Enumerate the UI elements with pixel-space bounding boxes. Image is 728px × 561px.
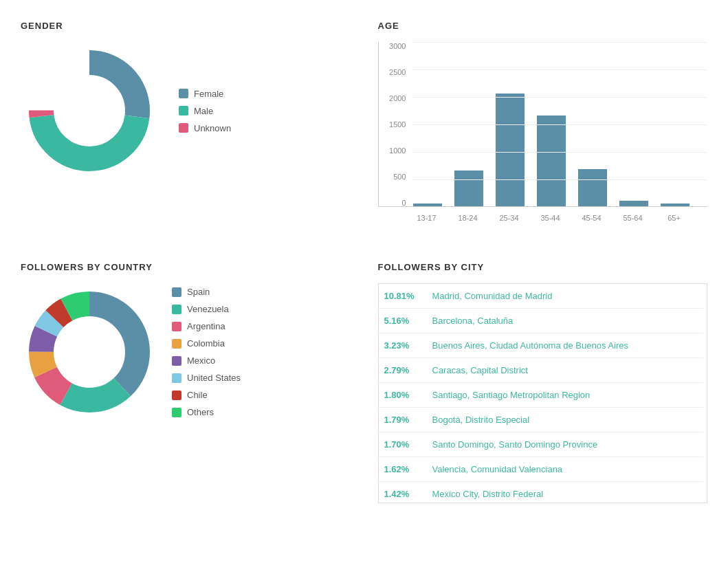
city-row-1: 10.81% Madrid, Comunidad de Madrid (379, 284, 704, 309)
city-list[interactable]: 10.81% Madrid, Comunidad de Madrid 5.16%… (378, 283, 708, 503)
y-label-1500: 1500 (379, 120, 410, 129)
country-legend: Spain Venezuela Argentina Colombia Mexic… (172, 287, 241, 417)
female-color-swatch (179, 89, 188, 98)
city-pct-5: 1.80% (384, 390, 432, 400)
city-name-6: Bogotá, Distrito Especial (432, 415, 530, 425)
venezuela-label: Venezuela (187, 304, 229, 314)
country-content: Spain Venezuela Argentina Colombia Mexic… (21, 283, 351, 421)
city-pct-6: 1.79% (384, 415, 432, 425)
city-row-5: 1.80% Santiago, Santiago Metropolitan Re… (379, 383, 704, 408)
legend-male: Male (179, 106, 231, 116)
mexico-label: Mexico (187, 355, 215, 366)
city-row-2: 5.16% Barcelona, Cataluña (379, 309, 704, 333)
city-pct-9: 1.42% (384, 489, 432, 499)
argentina-swatch (172, 322, 181, 331)
unknown-label: Unknown (194, 123, 231, 133)
bar-18-24 (454, 170, 483, 206)
unknown-color-swatch (179, 123, 188, 133)
legend-mexico: Mexico (172, 355, 241, 366)
city-pct-3: 3.23% (384, 340, 432, 351)
city-name-1: Madrid, Comunidad de Madrid (432, 291, 553, 301)
city-name-2: Barcelona, Cataluña (432, 316, 514, 326)
city-pct-7: 1.70% (384, 439, 432, 450)
bar-chart-inner: 3000 2500 2000 1500 1000 500 0 (378, 42, 708, 207)
age-title: AGE (378, 21, 708, 31)
city-pct-8: 1.62% (384, 464, 432, 474)
bar-25-34 (496, 94, 525, 206)
city-name-9: Mexico City, Distrito Federal (432, 489, 544, 499)
x-label-55-64: 55-64 (619, 214, 648, 222)
city-pct-4: 2.79% (384, 365, 432, 375)
y-label-3000: 3000 (379, 42, 410, 50)
bar-65plus (661, 204, 690, 206)
y-label-2000: 2000 (379, 94, 410, 102)
y-axis: 3000 2500 2000 1500 1000 500 0 (379, 42, 410, 207)
city-section: FOLLOWERS BY CITY 10.81% Madrid, Comunid… (371, 255, 715, 510)
x-label-25-34: 25-34 (495, 214, 524, 222)
legend-venezuela: Venezuela (172, 304, 241, 314)
x-label-18-24: 18-24 (454, 214, 483, 222)
spain-label: Spain (187, 287, 210, 297)
x-label-65plus: 65+ (660, 214, 689, 222)
city-name-7: Santo Domingo, Santo Domingo Province (432, 439, 598, 450)
city-name-8: Valencia, Comunidad Valenciana (432, 464, 563, 474)
city-pct-1: 10.81% (384, 291, 432, 301)
gender-content: Female Male Unknown (21, 42, 351, 179)
city-row-6: 1.79% Bogotá, Distrito Especial (379, 408, 704, 432)
legend-argentina: Argentina (172, 321, 241, 331)
legend-chile: Chile (172, 390, 241, 400)
colombia-swatch (172, 339, 181, 349)
country-title: FOLLOWERS BY COUNTRY (21, 262, 351, 272)
y-label-500: 500 (379, 173, 410, 181)
gender-section: GENDER Female (14, 14, 357, 241)
svg-point-3 (55, 76, 124, 145)
male-color-swatch (179, 106, 188, 116)
x-label-35-44: 35-44 (536, 214, 565, 222)
gender-title: GENDER (21, 21, 351, 31)
age-section: AGE 3000 2500 2000 1500 1000 500 0 (371, 14, 715, 241)
bar-13-17 (413, 204, 442, 206)
city-name-3: Buenos Aires, Ciudad Autónoma de Buenos … (432, 340, 628, 351)
others-swatch (172, 408, 181, 417)
legend-others: Others (172, 407, 241, 417)
argentina-label: Argentina (187, 321, 225, 331)
legend-colombia: Colombia (172, 338, 241, 349)
city-title: FOLLOWERS BY CITY (378, 262, 708, 272)
chile-label: Chile (187, 390, 208, 400)
svg-point-12 (55, 318, 124, 386)
grid-line-2000 (413, 97, 708, 98)
venezuela-swatch (172, 305, 181, 314)
male-label: Male (194, 106, 213, 116)
mexico-swatch (172, 356, 181, 366)
y-label-1000: 1000 (379, 146, 410, 155)
x-label-45-54: 45-54 (577, 214, 606, 222)
legend-unknown: Unknown (179, 123, 231, 133)
x-labels: 13-17 18-24 25-34 35-44 45-54 55-64 65+ (378, 210, 708, 222)
chile-swatch (172, 390, 181, 400)
others-label: Others (187, 407, 214, 417)
city-row-3: 3.23% Buenos Aires, Ciudad Autónoma de B… (379, 333, 704, 358)
spain-swatch (172, 287, 181, 297)
grid-line-2500 (413, 69, 708, 70)
gender-donut (21, 42, 158, 179)
city-name-4: Caracas, Capital District (432, 365, 528, 375)
gender-legend: Female Male Unknown (179, 89, 231, 133)
city-row-4: 2.79% Caracas, Capital District (379, 358, 704, 383)
grid-line-3000 (413, 42, 708, 43)
legend-us: United States (172, 373, 241, 383)
country-section: FOLLOWERS BY COUNTRY (14, 255, 357, 510)
y-label-2500: 2500 (379, 68, 410, 76)
city-row-9: 1.42% Mexico City, Distrito Federal (379, 482, 704, 503)
colombia-label: Colombia (187, 338, 225, 349)
bar-45-54 (578, 169, 607, 206)
country-donut (21, 283, 158, 421)
bar-55-64 (619, 201, 648, 206)
y-label-0: 0 (379, 199, 410, 207)
legend-spain: Spain (172, 287, 241, 297)
age-bar-chart: 3000 2500 2000 1500 1000 500 0 (378, 42, 708, 234)
city-row-8: 1.62% Valencia, Comunidad Valenciana (379, 457, 704, 482)
bar-35-44 (537, 116, 566, 206)
us-swatch (172, 373, 181, 383)
city-pct-2: 5.16% (384, 316, 432, 326)
female-label: Female (194, 89, 223, 99)
